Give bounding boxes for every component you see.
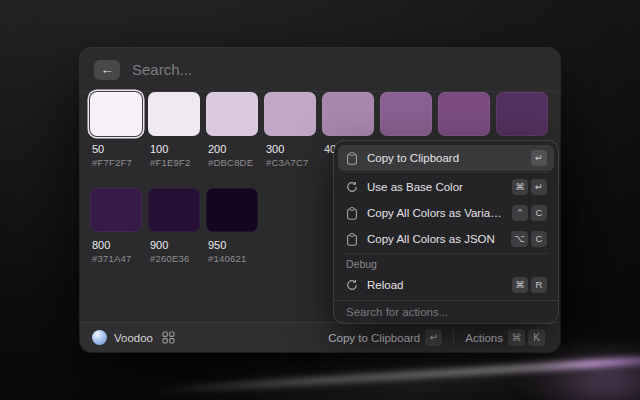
menu-item[interactable]: Copy All Colors as Variable Declara… ⌃C [338,200,554,226]
key-badge: ⌘ [508,329,525,346]
color-swatch[interactable] [496,92,548,136]
menu-item[interactable]: Use as Base Color ⌘↵ [338,174,554,200]
key-badge: ⌥ [511,231,528,247]
color-swatch[interactable] [264,92,316,136]
actions-shortcut-keys: ⌘K [508,329,545,346]
key-badge: ⌘ [512,277,528,293]
menu-item[interactable]: Reload ⌘R [338,272,554,298]
back-arrow-icon: ← [101,63,114,76]
shortcut-keys: ⌘↵ [512,179,547,195]
color-swatch[interactable] [148,92,200,136]
key-badge: K [528,329,545,346]
color-swatch[interactable] [148,188,200,232]
footer-bar: Voodoo Copy to Clipboard ↵ Actions ⌘K [80,322,560,352]
menu-item[interactable]: Copy All Colors as JSON ⌥C [338,226,554,252]
color-swatch[interactable] [322,92,374,136]
extension-icon [92,330,107,345]
enter-key-badge: ↵ [425,329,442,346]
swatch-hex-label: #F7F2F7 [90,157,142,168]
shortcut-keys: ⌘R [512,277,547,293]
base-color-icon [345,181,359,193]
swatch-step-label: 800 [90,239,142,251]
shortcut-keys: ⌃C [512,205,547,221]
swatch-hex-label: #371A47 [90,253,142,264]
color-swatch[interactable] [438,92,490,136]
menu-section-title: Debug [338,255,554,272]
color-swatch[interactable] [90,92,142,136]
color-swatch[interactable] [380,92,432,136]
key-badge: ↵ [531,150,547,166]
back-button[interactable]: ← [94,60,120,80]
search-input[interactable]: Search... [132,61,192,78]
key-badge: C [531,205,547,221]
footer-right: Copy to Clipboard ↵ Actions ⌘K [325,327,548,348]
menu-item[interactable]: Copy to Clipboard ↵ [338,145,554,171]
primary-action-label: Copy to Clipboard [328,332,420,344]
shortcut-keys: ↵ [531,150,547,166]
clipboard-icon [345,233,359,246]
swatch-hex-label: #F1E9F2 [148,157,200,168]
primary-action-button[interactable]: Copy to Clipboard ↵ [325,327,445,348]
key-badge: R [531,277,547,293]
clipboard-icon [345,152,359,165]
menu-divider [344,253,548,254]
shortcut-keys: ⌥C [511,231,547,247]
swatch-cell: 300 #C3A7C7 [264,92,316,168]
color-swatch[interactable] [90,188,142,232]
swatch-cell: 100 #F1E9F2 [148,92,200,168]
clipboard-icon [345,207,359,220]
swatch-step-label: 50 [90,143,142,155]
footer-divider [453,331,454,344]
actions-button[interactable]: Actions ⌘K [462,327,548,348]
pink-glow [520,348,640,400]
reload-icon [345,279,359,291]
extension-name: Voodoo [114,332,153,344]
swatch-step-label: 100 [148,143,200,155]
swatch-hex-label: #C3A7C7 [264,157,316,168]
swatch-cell: 200 #DBC8DE [206,92,258,168]
key-badge: ⌃ [512,205,528,221]
swatch-step-label: 900 [148,239,200,251]
key-badge: ↵ [531,179,547,195]
swatch-hex-label: #DBC8DE [206,157,258,168]
swatch-step-label: 950 [206,239,258,251]
search-header: ← Search... [80,48,560,92]
swatch-cell: 50 #F7F2F7 [90,92,142,168]
key-badge: ⌘ [512,179,528,195]
actions-label: Actions [465,332,503,344]
footer-left: Voodoo [92,330,175,345]
menu-divider [344,172,548,173]
swatch-step-label: 200 [206,143,258,155]
color-swatch[interactable] [206,188,258,232]
actions-menu: Copy to Clipboard ↵ Use as Base Color ⌘↵… [334,141,558,323]
palette-grid-icon [162,331,175,344]
swatch-step-label: 300 [264,143,316,155]
swatch-cell: 900 #260E36 [148,188,200,264]
menu-sections: Copy to Clipboard ↵ Use as Base Color ⌘↵… [338,145,554,298]
swatch-hex-label: #140621 [206,253,258,264]
swatch-hex-label: #260E36 [148,253,200,264]
color-swatch[interactable] [206,92,258,136]
swatch-cell: 800 #371A47 [90,188,142,264]
swatch-cell: 950 #140621 [206,188,258,264]
key-badge: C [531,231,547,247]
actions-search-input[interactable]: Search for actions... [334,300,558,323]
